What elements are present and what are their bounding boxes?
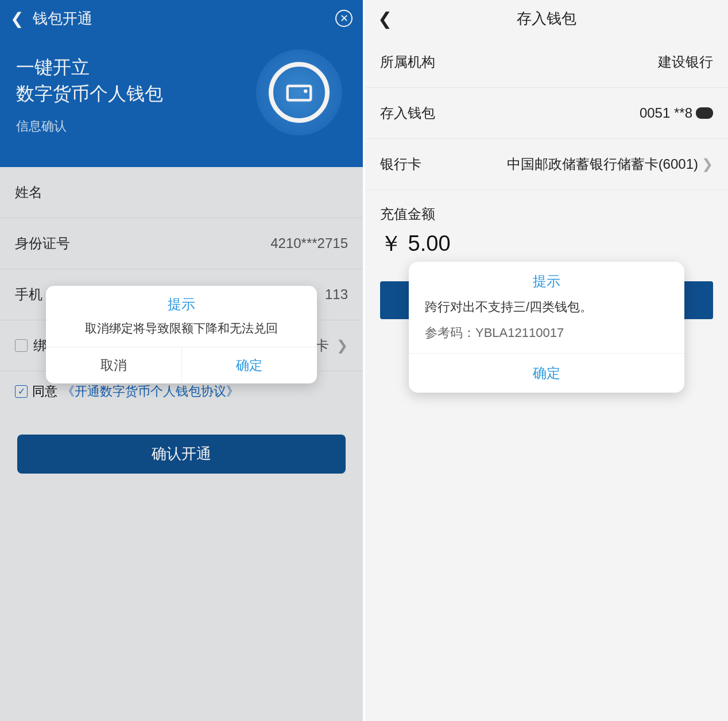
row-wallet-label: 存入钱包 xyxy=(380,104,435,122)
header-bar: ❮ 存入钱包 xyxy=(365,0,728,37)
dialog-error: 提示 跨行对出不支持三/四类钱包。 参考码：YBLA12110017 确定 xyxy=(409,262,684,393)
dialog-title: 提示 xyxy=(46,286,317,320)
page-title: 钱包开通 xyxy=(33,9,335,29)
row-org: 所属机构 建设银行 xyxy=(365,37,728,88)
agreement-link[interactable]: 《开通数字货币个人钱包协议》 xyxy=(62,383,239,400)
row-bank[interactable]: 银行卡 中国邮政储蓄银行储蓄卡(6001) ❯ xyxy=(365,139,728,190)
field-name[interactable]: 姓名 xyxy=(0,167,363,218)
bind-card-value: 卡 ❯ xyxy=(315,336,348,355)
field-phone-value: 113 xyxy=(325,286,348,303)
row-wallet[interactable]: 存入钱包 0051 **8 xyxy=(365,88,728,139)
row-wallet-value: 0051 **8 xyxy=(640,105,713,121)
dialog-message: 取消绑定将导致限额下降和无法兑回 xyxy=(46,320,317,347)
close-icon[interactable]: ✕ xyxy=(335,10,353,27)
row-org-value: 建设银行 xyxy=(658,53,713,71)
field-name-label: 姓名 xyxy=(15,183,42,201)
row-bank-value: 中国邮政储蓄银行储蓄卡(6001) ❯ xyxy=(507,155,713,173)
dialog-message: 跨行对出不支持三/四类钱包。 xyxy=(409,297,684,324)
bind-card-label: 绑 xyxy=(33,336,47,355)
row-org-label: 所属机构 xyxy=(380,53,435,71)
dialog-cancel-button[interactable]: 取消 xyxy=(46,347,182,383)
field-id-value: 4210***2715 xyxy=(270,235,348,251)
header-bar: ❮ 钱包开通 ✕ xyxy=(0,0,363,37)
back-icon[interactable]: ❮ xyxy=(10,9,24,28)
amount-label: 充值金额 xyxy=(365,190,728,229)
agreement-checkbox[interactable]: ✓ xyxy=(15,385,28,398)
wallet-icon xyxy=(269,62,330,123)
chevron-right-icon: ❯ xyxy=(702,156,713,172)
screen-deposit: ❮ 存入钱包 所属机构 建设银行 存入钱包 0051 **8 银行卡 中国邮政储… xyxy=(364,0,728,721)
masked-icon xyxy=(696,107,713,119)
dialog-ok-button[interactable]: 确定 xyxy=(182,347,317,383)
confirm-open-button[interactable]: 确认开通 xyxy=(17,435,346,474)
page-title: 存入钱包 xyxy=(365,9,728,29)
bind-card-checkbox[interactable]: ✓ xyxy=(15,339,28,352)
screen-wallet-open: ❮ 钱包开通 ✕ 一键开立 数字货币个人钱包 信息确认 姓名 身份证号 4210… xyxy=(0,0,364,721)
dialog-reference: 参考码：YBLA12110017 xyxy=(409,324,684,353)
dialog-unbind: 提示 取消绑定将导致限额下降和无法兑回 取消 确定 xyxy=(46,286,317,383)
hero-banner: 一键开立 数字货币个人钱包 信息确认 xyxy=(0,37,363,167)
dialog-ok-button[interactable]: 确定 xyxy=(409,353,684,393)
chevron-right-icon: ❯ xyxy=(336,338,348,353)
field-id[interactable]: 身份证号 4210***2715 xyxy=(0,218,363,269)
wallet-badge xyxy=(256,49,342,135)
dialog-title: 提示 xyxy=(409,262,684,297)
agreement-label: 同意 xyxy=(32,383,57,400)
row-bank-label: 银行卡 xyxy=(380,155,421,173)
field-phone-label: 手机 xyxy=(15,285,42,304)
field-id-label: 身份证号 xyxy=(15,234,70,253)
